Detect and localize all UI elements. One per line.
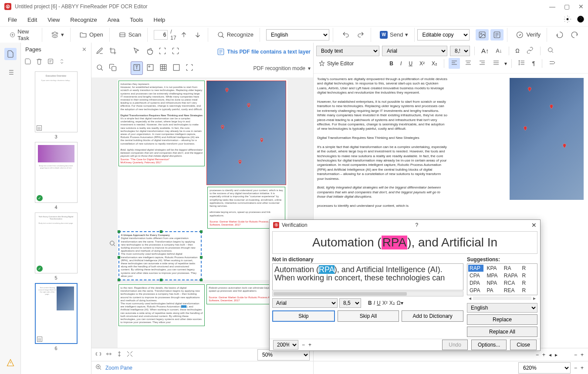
select-area-icon[interactable]: [157, 45, 168, 58]
delete-page-icon[interactable]: [36, 58, 43, 66]
help-icon[interactable]: [577, 15, 585, 24]
verify-symbol-icon[interactable]: Ω▾: [397, 300, 403, 306]
italic-icon[interactable]: I: [398, 59, 404, 68]
text-block[interactable]: industries they represent.However, for e…: [118, 81, 205, 166]
redo-icon[interactable]: [354, 29, 367, 40]
thumbnails[interactable]: Executive OverviewIf you were starting a…: [21, 68, 91, 374]
thumbnail[interactable]: Executive OverviewIf you were starting a…: [24, 71, 88, 139]
undo-button[interactable]: Undo: [442, 340, 468, 350]
text-next-icon[interactable]: ▸: [555, 352, 558, 358]
suggestion-item[interactable]: RAPA: [503, 272, 519, 279]
options-button[interactable]: Options...: [471, 340, 507, 350]
increase-font-icon[interactable]: A↑: [479, 46, 491, 56]
subscript-icon[interactable]: X₂: [429, 59, 439, 68]
decrease-font-icon[interactable]: A↓: [494, 47, 504, 55]
pilcrow-icon[interactable]: ¶: [530, 59, 537, 68]
verify-lang-select[interactable]: English: [467, 303, 537, 313]
send-button[interactable]: WSend ▾: [377, 29, 411, 40]
menu-help[interactable]: Help: [149, 15, 170, 25]
open-button[interactable]: Open: [77, 29, 106, 40]
verify-bold-icon[interactable]: B: [368, 300, 372, 306]
suggestions-list[interactable]: RAP KPA RA R CPA MPA RAPA R DPA NPA RCA …: [467, 263, 537, 295]
fit-width-icon[interactable]: [95, 350, 102, 359]
search-text-icon[interactable]: [545, 45, 556, 56]
suggestion-item[interactable]: R: [521, 280, 536, 286]
superscript-icon[interactable]: X²: [417, 59, 427, 68]
fullscreen-icon[interactable]: [170, 45, 181, 58]
text-area-icon[interactable]: [131, 61, 143, 75]
thumbnail[interactable]: Body text content here simulating docume…: [24, 142, 88, 210]
language-select[interactable]: English: [266, 29, 329, 40]
rotate-right-icon[interactable]: [568, 29, 581, 40]
suggestion-item[interactable]: NPA: [485, 280, 500, 286]
minimize-button[interactable]: —: [549, 3, 555, 10]
table-area-icon[interactable]: [158, 62, 169, 74]
menu-file[interactable]: File: [3, 15, 21, 25]
pages-pane-icon[interactable]: [4, 48, 17, 60]
align-justify-icon[interactable]: [490, 58, 502, 69]
zoom-pane-icon[interactable]: [95, 364, 102, 372]
edit-hscroll[interactable]: [272, 291, 463, 297]
menu-view[interactable]: View: [43, 15, 64, 25]
close-window-button[interactable]: ✕: [578, 3, 584, 10]
suggestion-item[interactable]: REA: [503, 287, 519, 294]
verify-zoom-select[interactable]: 200%: [273, 340, 298, 350]
recognition-mode-label[interactable]: PDF recognition mode: [253, 65, 305, 71]
verify-sub-icon[interactable]: X₂: [389, 300, 395, 306]
dialog-help-icon[interactable]: ?: [416, 222, 419, 228]
scan-button[interactable]: Scan: [116, 29, 144, 40]
page-current-input[interactable]: [154, 30, 168, 40]
page-props-icon[interactable]: [47, 58, 54, 66]
align-left-icon[interactable]: [449, 58, 460, 69]
text-pane-toggle-icon[interactable]: [490, 29, 504, 40]
save-page-icon[interactable]: [24, 58, 31, 66]
settings-icon[interactable]: [564, 15, 571, 24]
picture-block[interactable]: [206, 81, 286, 185]
menu-area[interactable]: Area: [103, 15, 124, 25]
verify-font-select[interactable]: Arial: [272, 298, 338, 308]
zoom-pane-label[interactable]: Zoom Pane: [105, 365, 132, 371]
suggestion-item[interactable]: PA: [485, 287, 500, 294]
undo-icon[interactable]: [339, 29, 352, 40]
line-spacing-icon[interactable]: [516, 58, 527, 69]
list-pane-icon[interactable]: [4, 66, 17, 78]
text-block-selected[interactable]: A Unique Approach for Every CompanyDigit…: [118, 231, 202, 280]
verify-super-icon[interactable]: X²: [382, 300, 388, 306]
dialog-close-icon[interactable]: ✕: [531, 222, 537, 229]
verify-italic-icon[interactable]: I: [374, 300, 375, 306]
hand-icon[interactable]: [144, 45, 155, 58]
verify-button[interactable]: Verify: [514, 29, 543, 40]
text-direction-icon[interactable]: [547, 58, 558, 69]
fit-page-icon[interactable]: [116, 350, 123, 359]
pages-close-icon[interactable]: ✕: [82, 46, 87, 53]
suggestion-item[interactable]: GPA: [468, 287, 483, 294]
suggestion-item[interactable]: MPA: [485, 272, 500, 279]
text-zoom-in2-icon[interactable]: +: [581, 352, 584, 358]
menu-tools[interactable]: Tools: [125, 15, 147, 25]
suggestions-hscroll[interactable]: ◂▸: [467, 295, 537, 301]
suggestion-item[interactable]: RCA: [503, 280, 519, 286]
suggestion-item[interactable]: KPA: [485, 265, 500, 272]
recognition-area-icon[interactable]: [184, 62, 195, 74]
text-prev-icon[interactable]: ◂: [549, 352, 551, 358]
thumbnail[interactable]: Tech Savvy Customers Are Driving Digital…: [24, 212, 88, 280]
align-center-icon[interactable]: [463, 58, 474, 69]
verify-zoom-out-icon[interactable]: −: [302, 342, 305, 348]
magnifier-icon[interactable]: [109, 240, 116, 247]
close-button[interactable]: Close: [510, 340, 537, 350]
font-name-select[interactable]: Arial: [382, 46, 447, 56]
suggestion-item[interactable]: DPA: [468, 280, 483, 286]
suggestion-item[interactable]: R: [521, 287, 536, 294]
fit-full-icon[interactable]: [126, 350, 133, 359]
warnings-icon[interactable]: [4, 357, 17, 369]
text-content[interactable]: Today's consumers are digitally empowere…: [317, 77, 448, 208]
text-zoom-out-icon[interactable]: −: [536, 352, 539, 358]
pointer-icon[interactable]: [131, 45, 142, 58]
text-zoom-out2-icon[interactable]: −: [574, 352, 577, 358]
suggestion-item[interactable]: R: [521, 272, 536, 279]
replace-button[interactable]: Replace: [467, 314, 537, 325]
menu-recognize[interactable]: Recognize: [66, 15, 101, 25]
rotate-left-icon[interactable]: [553, 29, 566, 40]
text-zoom-in-icon[interactable]: +: [542, 352, 545, 358]
skip-button[interactable]: Skip: [272, 310, 335, 322]
